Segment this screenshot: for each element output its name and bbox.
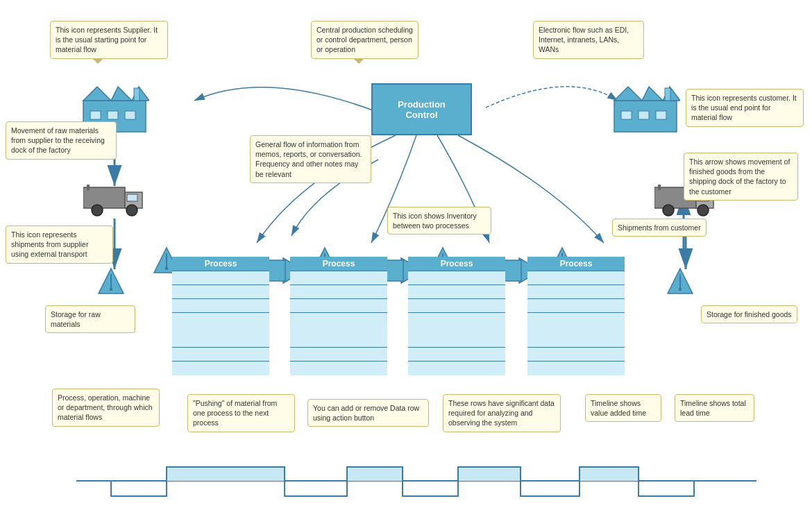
process-2-header: Process xyxy=(290,257,387,271)
process-box-2: Process xyxy=(290,257,387,375)
supplier-callout: This icon represents Supplier. It is the… xyxy=(50,21,168,59)
svg-rect-28 xyxy=(127,194,137,201)
svg-rect-31 xyxy=(87,185,90,190)
raw-material-triangle xyxy=(97,267,125,296)
supplier-truck xyxy=(83,184,146,220)
process-1-row-1 xyxy=(172,271,269,285)
svg-point-35 xyxy=(663,205,674,216)
svg-rect-19 xyxy=(134,88,139,101)
process-2-row-6 xyxy=(290,362,387,375)
info-flow-callout: General flow of information from memos, … xyxy=(250,135,371,183)
customer-factory xyxy=(611,80,680,137)
process-4-row-4 xyxy=(527,313,625,348)
svg-rect-52 xyxy=(110,288,112,291)
process-1-row-5 xyxy=(172,348,269,362)
customer-callout: This icon represents customer. It is the… xyxy=(686,89,804,127)
svg-rect-25 xyxy=(665,88,670,101)
process-box-1: Process xyxy=(172,257,269,375)
push-arrow-callout: "Pushing" of material from one process t… xyxy=(187,394,295,432)
svg-rect-8 xyxy=(267,260,285,281)
process-1-row-4 xyxy=(172,313,269,348)
svg-rect-40 xyxy=(165,267,168,270)
process-3-header: Process xyxy=(408,257,505,271)
process-box-4: Process xyxy=(527,257,625,375)
process-3-row-1 xyxy=(408,271,505,285)
svg-rect-37 xyxy=(658,185,661,190)
process-4-row-6 xyxy=(527,362,625,375)
raw-material-movement-callout: Movement of raw materials from supplier … xyxy=(6,121,117,160)
timeline-lead-callout: Timeline shows total lead time xyxy=(675,394,754,422)
svg-rect-16 xyxy=(90,111,101,119)
finished-goods-triangle xyxy=(666,267,694,296)
process-1-row-2 xyxy=(172,285,269,299)
process-2-row-2 xyxy=(290,285,387,299)
svg-rect-22 xyxy=(621,111,632,119)
electronic-flow-callout: Electronic flow such as EDI, Internet, i… xyxy=(533,21,644,59)
svg-rect-23 xyxy=(638,111,649,119)
process-2-row-1 xyxy=(290,271,387,285)
storage-raw-callout: Storage for raw materials xyxy=(45,305,135,333)
svg-rect-12 xyxy=(503,260,521,281)
svg-overlay xyxy=(0,0,812,510)
production-control-box: Production Control xyxy=(371,83,472,135)
finished-goods-callout: This arrow shows movement of finished go… xyxy=(684,153,798,201)
process-3-row-5 xyxy=(408,348,505,362)
process-3-row-4 xyxy=(408,313,505,348)
svg-rect-17 xyxy=(108,111,118,119)
process-description-callout: Process, operation, machine or departmen… xyxy=(52,389,160,427)
process-2-row-4 xyxy=(290,313,387,348)
shipments-callout: Shipments from customer xyxy=(612,219,707,237)
process-4-row-3 xyxy=(527,299,625,313)
svg-rect-10 xyxy=(385,260,403,281)
process-4-row-5 xyxy=(527,348,625,362)
process-4-row-1 xyxy=(527,271,625,285)
svg-rect-24 xyxy=(656,111,666,119)
process-4-header: Process xyxy=(527,257,625,271)
supplier-transport-callout: This icon represents shipments from supp… xyxy=(6,226,113,264)
production-control-callout: Central production scheduling or control… xyxy=(311,21,418,59)
process-2-row-5 xyxy=(290,348,387,362)
svg-rect-26 xyxy=(83,187,125,208)
process-3-row-3 xyxy=(408,299,505,313)
process-box-3: Process xyxy=(408,257,505,375)
process-2-row-3 xyxy=(290,299,387,313)
production-control-label: Production Control xyxy=(398,99,446,120)
data-rows-callout: You can add or remove Data row using act… xyxy=(307,399,429,427)
svg-point-29 xyxy=(92,205,103,216)
process-1-row-3 xyxy=(172,299,269,313)
data-significance-callout: These rows have significant data require… xyxy=(443,394,561,432)
process-1-row-6 xyxy=(172,362,269,375)
process-3-row-2 xyxy=(408,285,505,299)
storage-finished-callout: Storage for finished goods xyxy=(701,305,797,323)
svg-point-36 xyxy=(697,205,709,216)
timeline-value-callout: Timeline shows value added time xyxy=(585,394,661,422)
canvas: Production Control xyxy=(0,0,812,510)
svg-rect-55 xyxy=(679,288,682,291)
inventory-callout: This icon shows Inventory between two pr… xyxy=(387,207,491,235)
process-3-row-6 xyxy=(408,362,505,375)
process-4-row-2 xyxy=(527,285,625,299)
svg-rect-18 xyxy=(125,111,135,119)
process-1-header: Process xyxy=(172,257,269,271)
svg-point-30 xyxy=(126,205,137,216)
